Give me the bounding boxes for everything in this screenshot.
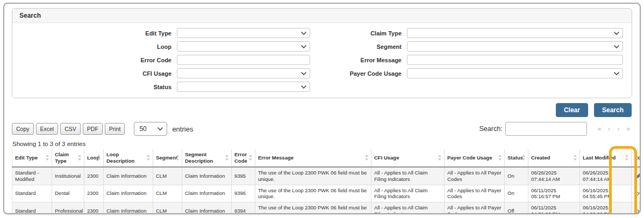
- segment-select[interactable]: [407, 41, 623, 52]
- sort-icon: [176, 155, 180, 161]
- edit-type-select[interactable]: [177, 28, 310, 38]
- clear-button[interactable]: Clear: [556, 103, 588, 117]
- table-row: Standard Professional 2300 Claim Informa…: [12, 202, 641, 214]
- claim-type-label: Claim Type: [316, 30, 402, 37]
- header-segment[interactable]: Segment: [153, 149, 182, 167]
- header-edit[interactable]: Edit: [632, 149, 641, 167]
- pdf-button[interactable]: PDF: [83, 123, 103, 135]
- cfi-usage-select[interactable]: [177, 68, 310, 78]
- payer-code-usage-label: Payer Code Usage: [316, 70, 402, 77]
- sort-icon: [225, 155, 229, 161]
- search-button[interactable]: Search: [594, 103, 632, 117]
- form-actions: Clear Search: [12, 103, 632, 117]
- error-message-input[interactable]: [407, 55, 623, 65]
- sort-icon: [438, 155, 442, 161]
- chevron-down-icon: [158, 127, 163, 130]
- page-length-select[interactable]: 50: [134, 122, 167, 136]
- excel-button[interactable]: Excel: [36, 123, 59, 135]
- next-page-icon[interactable]: ›: [617, 126, 619, 132]
- claim-type-select[interactable]: [407, 28, 623, 38]
- chevron-down-icon: [301, 72, 306, 75]
- view-glasses-icon[interactable]: [634, 207, 641, 214]
- table-header-row: Edit Type Claim Type Loop Loop Descripti…: [12, 149, 641, 167]
- chevron-down-icon: [301, 45, 306, 48]
- header-cfi-usage[interactable]: CFI Usage: [371, 149, 445, 167]
- edits-management-page: Search Edit Type Claim Type Loop Segment…: [3, 3, 641, 214]
- sort-icon: [625, 155, 629, 161]
- edits-table: Edit Type Claim Type Loop Loop Descripti…: [12, 149, 641, 214]
- table-filter-area: Search: « ‹ › »: [480, 122, 632, 136]
- status-label: Status: [16, 84, 171, 90]
- chevron-down-icon: [301, 32, 306, 35]
- table-filter-input[interactable]: [505, 122, 587, 136]
- error-code-label: Error Code: [16, 57, 171, 63]
- csv-button[interactable]: CSV: [60, 123, 81, 135]
- sort-icon: [498, 155, 502, 161]
- sort-icon: [97, 155, 101, 161]
- first-page-icon[interactable]: «: [598, 126, 602, 132]
- edit-type-label: Edit Type: [16, 30, 171, 37]
- chevron-down-icon: [614, 45, 619, 48]
- header-loop[interactable]: Loop: [84, 149, 104, 167]
- error-message-label: Error Message: [316, 57, 402, 63]
- table-wrap: Edit Type Claim Type Loop Loop Descripti…: [12, 149, 632, 214]
- loop-select[interactable]: [177, 41, 310, 52]
- top-pagination: « ‹ › »: [598, 126, 630, 132]
- header-segment-description[interactable]: Segment Description: [182, 149, 232, 167]
- header-error-message[interactable]: Error Message: [255, 149, 371, 167]
- table-filter-label: Search:: [480, 125, 503, 133]
- last-page-icon[interactable]: »: [626, 126, 630, 132]
- loop-label: Loop: [16, 43, 171, 50]
- sort-icon: [147, 155, 151, 161]
- header-payer-code-usage[interactable]: Payer Code Usage: [445, 149, 505, 167]
- payer-code-usage-select[interactable]: [407, 68, 623, 78]
- table-toolbar: Copy Excel CSV PDF Print 50 entries Sear…: [12, 122, 632, 136]
- header-error-code[interactable]: Error Code: [232, 149, 255, 167]
- search-panel-title: Search: [12, 9, 632, 23]
- sort-icon: [365, 155, 369, 161]
- cfi-usage-label: CFI Usage: [16, 70, 171, 77]
- status-select[interactable]: [177, 82, 310, 92]
- header-edit-type[interactable]: Edit Type: [12, 149, 52, 167]
- header-loop-description[interactable]: Loop Description: [104, 149, 153, 167]
- copy-button[interactable]: Copy: [12, 123, 34, 135]
- print-button[interactable]: Print: [105, 123, 125, 135]
- search-panel: Search Edit Type Claim Type Loop Segment…: [12, 8, 632, 98]
- sort-icon: [522, 155, 526, 161]
- entries-label: entries: [172, 125, 193, 133]
- chevron-down-icon: [301, 85, 306, 89]
- table-row: Standard - Modified Institutional 2300 C…: [12, 167, 641, 185]
- sort-icon: [249, 155, 253, 161]
- chevron-down-icon: [614, 72, 619, 75]
- view-glasses-icon[interactable]: [634, 189, 641, 197]
- segment-label: Segment: [316, 43, 402, 50]
- header-claim-type[interactable]: Claim Type: [52, 149, 84, 167]
- sort-icon: [78, 155, 82, 161]
- sort-icon: [46, 155, 49, 161]
- error-code-input[interactable]: [177, 55, 310, 65]
- search-form: Edit Type Claim Type Loop Segment Error …: [12, 23, 632, 98]
- chevron-down-icon: [614, 32, 619, 35]
- sort-icon: [574, 155, 577, 161]
- page-length-value: 50: [139, 125, 146, 133]
- previous-page-icon[interactable]: ‹: [608, 126, 610, 132]
- table-row: Standard Dental 2300 Claim Information C…: [12, 185, 641, 202]
- header-last-modified[interactable]: Last Modified: [580, 149, 632, 167]
- edit-pencil-icon[interactable]: [634, 171, 641, 180]
- header-status[interactable]: Status: [505, 149, 528, 167]
- table-info-top: Showing 1 to 3 of 3 entries: [12, 141, 632, 147]
- header-created[interactable]: Created: [528, 149, 580, 167]
